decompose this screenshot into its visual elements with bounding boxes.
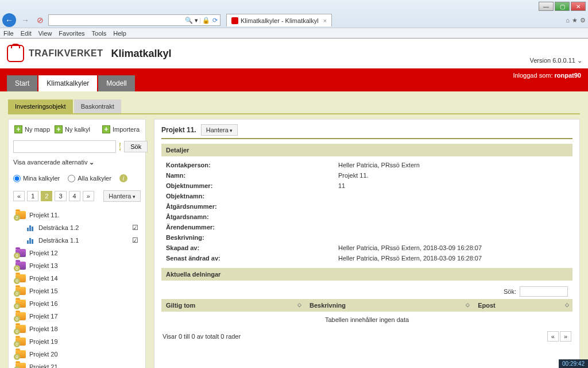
delningar-search-input[interactable] [520,286,568,297]
favicon-icon [231,17,238,24]
sok-button[interactable]: Sök [124,141,148,152]
menu-edit[interactable]: Edit [21,30,32,37]
sidebar: +Ny mapp +Ny kalkyl +Importera i Sök Vis… [8,119,146,368]
browser-tab[interactable]: Klimatkalkyler - Klimatkalkyl × [226,14,332,26]
tab-title: Klimatkalkyler - Klimatkalkyl [241,17,319,24]
tree-project-20[interactable]: 0Projekt 20 [13,348,141,361]
back-button[interactable]: ← [2,13,16,27]
sort-icon: ◇ [466,302,470,308]
th-beskr[interactable]: Beskrivning◇ [305,299,473,312]
gear-icon[interactable]: ⚙ [580,17,586,24]
importera-button[interactable]: +Importera [101,124,141,135]
radio-mina[interactable]: Mina kalkyler [13,175,60,182]
tree-project-16[interactable]: 0Projekt 16 [13,297,141,310]
tree-project-19[interactable]: 0Projekt 19 [13,335,141,348]
menu-view[interactable]: View [38,30,52,37]
info-icon[interactable]: i [119,143,121,151]
menu-file[interactable]: File [3,30,14,37]
maximize-button[interactable]: ▢ [555,2,570,11]
ny-mapp-button[interactable]: +Ny mapp [13,124,51,135]
page-prev[interactable]: « [13,191,25,201]
menu-favorites[interactable]: Favorites [59,30,84,37]
status-clock: 00:29:42 [559,359,588,368]
folder-icon: 0 [16,363,26,368]
address-bar[interactable]: 🔍 ▾ | 🔒 ⟳ [48,14,220,26]
info-icon[interactable]: i [119,174,127,182]
page-4[interactable]: 4 [69,191,80,201]
tree-project-21[interactable]: 0Projekt 21 [13,361,141,368]
page-3[interactable]: 3 [55,191,66,201]
app-logo-icon [7,45,24,62]
app-header: TRAFIKVERKET Klimatkalkyl Version 6.0.0.… [0,39,588,68]
table-summary: Visar 0 till 0 av totalt 0 rader [163,333,241,340]
menu-help[interactable]: Help [113,30,126,37]
forward-button[interactable]: → [18,13,32,27]
lbl-senast: Senast ändrad av: [166,255,338,262]
folder-icon: 0 [16,274,26,282]
advanced-toggle[interactable]: Visa avancerade alternativ [13,159,141,166]
tab-start[interactable]: Start [7,75,37,91]
section-delningar: Aktuella delningar [161,268,572,281]
sub-tabs: Investeringsobjekt Baskontrakt [8,99,580,114]
lbl-atgnr: Åtgärdsnummer: [166,203,338,210]
tree-project-12[interactable]: 0Projekt 12 [13,247,141,259]
version-label[interactable]: Version 6.0.0.11 [529,57,582,64]
checkbox-icon[interactable]: ☑ [132,236,138,244]
val-objnr: 11 [338,182,568,189]
folder-icon: 0 [16,287,26,295]
pager: « 1 2 3 4 » Hantera [13,190,141,202]
brand-name: TRAFIKVERKET [29,48,103,59]
tree-project-15[interactable]: 0Projekt 15 [13,285,141,297]
close-button[interactable]: ✕ [571,2,586,11]
th-giltig[interactable]: Giltig tom◇ [161,299,305,312]
app-body: Investeringsobjekt Baskontrakt +Ny mapp … [0,91,588,368]
tree-project-11[interactable]: 2Projekt 11. [13,209,141,221]
subtab-baskontrakt[interactable]: Baskontrakt [74,99,121,113]
th-epost[interactable]: Epost◇ [473,299,572,312]
folder-icon: 0 [16,312,26,320]
page-2[interactable]: 2 [41,191,52,201]
tree-delstracka-12[interactable]: Delsträcka 1.2☑ [13,221,141,234]
lock-icon: 🔒 [202,17,210,24]
window-titlebar: — ▢ ✕ [0,0,588,13]
plus-icon: + [55,125,63,133]
tree-project-18[interactable]: 0Projekt 18 [13,323,141,335]
tree-project-17[interactable]: 0Projekt 17 [13,310,141,323]
page-1[interactable]: 1 [27,191,38,201]
tbl-prev[interactable]: « [547,331,559,342]
section-detaljer: Detaljer [161,144,572,156]
minimize-button[interactable]: — [539,2,554,11]
tree-project-13[interactable]: 0Projekt 13 [13,259,141,272]
search-input[interactable] [13,140,116,153]
plus-icon: + [14,125,22,133]
refresh-icon[interactable]: ⟳ [212,17,218,24]
tab-close-icon[interactable]: × [323,17,327,24]
folder-icon: 2 [16,211,26,219]
tab-strip: Klimatkalkyler - Klimatkalkyl × [226,14,332,26]
checkbox-icon[interactable]: ☑ [132,224,138,232]
tab-modell[interactable]: Modell [98,75,134,91]
tbl-next[interactable]: » [560,331,571,342]
tree-delstracka-11[interactable]: Delsträcka 1.1☑ [13,234,141,247]
lbl-skapad: Skapad av: [166,244,338,251]
favorites-icon[interactable]: ★ [572,17,578,24]
folder-icon: 0 [16,300,26,308]
tab-klimatkalkyler[interactable]: Klimatkalkyler [38,75,97,91]
hantera-main-dropdown[interactable]: Hantera [201,124,238,136]
hantera-dropdown[interactable]: Hantera [103,190,141,202]
lbl-objnr: Objektnummer: [166,182,338,189]
menu-tools[interactable]: Tools [92,30,107,37]
search-icon: 🔍 ▾ [185,17,198,24]
radio-alla[interactable]: Alla kalkyler [68,175,111,182]
tree-project-14[interactable]: 0Projekt 14 [13,272,141,285]
page-next[interactable]: » [83,191,94,201]
folder-icon: 0 [16,249,26,257]
main-panel: Projekt 11. Hantera Detaljer Kontakperso… [154,119,580,368]
subtab-investeringsobjekt[interactable]: Investeringsobjekt [8,99,73,113]
ny-kalkyl-button[interactable]: +Ny kalkyl [53,124,91,135]
lbl-arende: Ärendenummer: [166,224,338,231]
home-icon[interactable]: ⌂ [566,17,570,24]
stop-icon[interactable]: ⊘ [37,16,44,25]
val-skapad: Heller Patricia, PRssö Extern, 2018-03-0… [338,244,568,251]
folder-icon: 0 [16,262,26,270]
